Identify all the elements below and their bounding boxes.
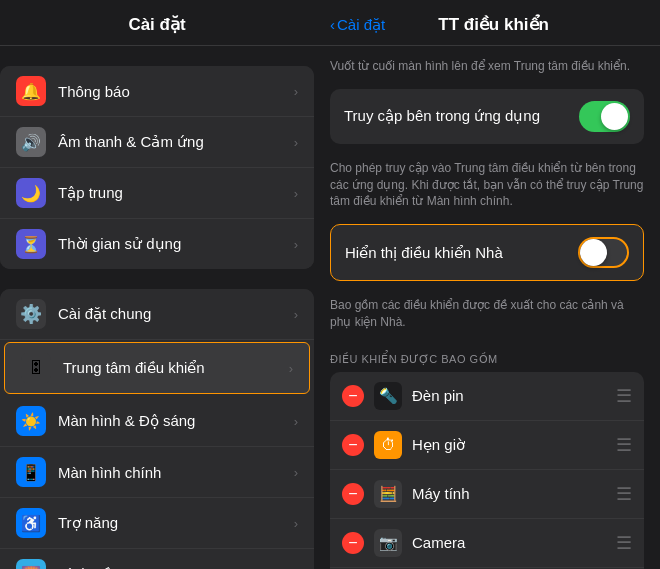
drag-handle-may-tinh[interactable]: ☰ [616,483,632,505]
toggle-knob [580,239,607,266]
item-label-hinh-nen: Hình nền [58,565,294,569]
sidebar-item-man-hinh-do-sang[interactable]: ☀️ Màn hình & Độ sáng › [0,396,314,447]
control-item-den-pin[interactable]: − 🔦 Đèn pin ☰ [330,372,644,421]
chevron-icon: › [294,516,298,531]
home-screen-icon: 📱 [16,457,46,487]
sidebar-item-thoi-gian[interactable]: ⏳ Thời gian sử dụng › [0,219,314,269]
back-button[interactable]: ‹ Cài đặt [330,16,385,34]
sidebar-item-cai-dat-chung[interactable]: ⚙️ Cài đặt chung › [0,289,314,340]
drag-handle-hen-gio[interactable]: ☰ [616,434,632,456]
back-chevron-icon: ‹ [330,16,335,33]
control-item-hen-gio[interactable]: − ⏱ Hẹn giờ ☰ [330,421,644,470]
notification-icon: 🔔 [16,76,46,106]
chevron-icon: › [294,414,298,429]
toggle-label-truy-cap: Truy cập bên trong ứng dụng [344,107,579,125]
right-panel: ‹ Cài đặt TT điều khiển Vuốt từ cuối màn… [314,0,660,569]
toggle-row-truy-cap[interactable]: Truy cập bên trong ứng dụng [330,89,644,144]
right-title: TT điều khiển [393,14,594,35]
settings-list: 🔔 Thông báo › 🔊 Âm thanh & Cảm ứng › 🌙 T… [0,46,314,569]
control-item-may-tinh[interactable]: − 🧮 Máy tính ☰ [330,470,644,519]
sidebar-item-hinh-nen[interactable]: 🌄 Hình nền › [0,549,314,569]
control-item-camera[interactable]: − 📷 Camera ☰ [330,519,644,568]
right-header: ‹ Cài đặt TT điều khiển [314,0,660,46]
remove-hen-gio-button[interactable]: − [342,434,364,456]
back-label: Cài đặt [337,16,385,34]
left-header: Cài đặt [0,0,314,46]
chevron-icon: › [294,307,298,322]
screentime-icon: ⏳ [16,229,46,259]
accessibility-icon: ♿ [16,508,46,538]
display-icon: ☀️ [16,406,46,436]
den-pin-icon: 🔦 [374,382,402,410]
item-label-tap-trung: Tập trung [58,184,294,202]
may-tinh-icon: 🧮 [374,480,402,508]
focus-icon: 🌙 [16,178,46,208]
camera-icon: 📷 [374,529,402,557]
control-list: − 🔦 Đèn pin ☰ − ⏱ Hẹn giờ ☰ − 🧮 Máy tính… [330,372,644,569]
item-label-am-thanh: Âm thanh & Cảm ứng [58,133,294,151]
item-label-trung-tam: Trung tâm điều khiển [63,359,289,377]
group-spacer-2 [0,269,314,289]
hint-text: Vuốt từ cuối màn hình lên để xem Trung t… [330,46,644,89]
toggle-knob [601,103,628,130]
settings-group-2: ⚙️ Cài đặt chung › 🎛 Trung tâm điều khiể… [0,289,314,569]
sidebar-item-tro-nang[interactable]: ♿ Trợ năng › [0,498,314,549]
item-label-man-hinh-do-sang: Màn hình & Độ sáng [58,412,294,430]
toggle-hien-thi[interactable] [578,237,629,268]
chevron-icon: › [294,84,298,99]
chevron-icon: › [294,465,298,480]
chevron-icon: › [289,361,293,376]
description-hien-thi: Bao gồm các điều khiển được đề xuất cho … [330,289,644,345]
hen-gio-icon: ⏱ [374,431,402,459]
chevron-icon: › [294,186,298,201]
item-label-cai-dat-chung: Cài đặt chung [58,305,294,323]
general-icon: ⚙️ [16,299,46,329]
remove-may-tinh-button[interactable]: − [342,483,364,505]
drag-handle-camera[interactable]: ☰ [616,532,632,554]
sidebar-item-am-thanh[interactable]: 🔊 Âm thanh & Cảm ứng › [0,117,314,168]
sound-icon: 🔊 [16,127,46,157]
control-name-may-tinh: Máy tính [412,485,606,502]
sidebar-item-thong-bao[interactable]: 🔔 Thông báo › [0,66,314,117]
chevron-icon: › [294,237,298,252]
toggle-truy-cap[interactable] [579,101,630,132]
sidebar-item-trung-tam[interactable]: 🎛 Trung tâm điều khiển › [4,342,310,394]
wallpaper-icon: 🌄 [16,559,46,569]
item-label-thoi-gian: Thời gian sử dụng [58,235,294,253]
toggle-label-hien-thi: Hiển thị điều khiển Nhà [345,244,578,262]
control-name-den-pin: Đèn pin [412,387,606,404]
section-header-controls: ĐIỀU KHIỂN ĐƯỢC BAO GỒM [330,345,644,372]
item-label-thong-bao: Thông báo [58,83,294,100]
settings-group-1: 🔔 Thông báo › 🔊 Âm thanh & Cảm ứng › 🌙 T… [0,66,314,269]
description-truy-cap: Cho phép truy cập vào Trung tâm điều khi… [330,152,644,224]
sidebar-item-tap-trung[interactable]: 🌙 Tập trung › [0,168,314,219]
item-label-man-hinh-chinh: Màn hình chính [58,464,294,481]
chevron-icon: › [294,135,298,150]
item-label-tro-nang: Trợ năng [58,514,294,532]
left-title: Cài đặt [128,15,185,34]
group-spacer-1 [0,46,314,66]
drag-handle-den-pin[interactable]: ☰ [616,385,632,407]
toggle-row-hien-thi[interactable]: Hiển thị điều khiển Nhà [330,224,644,281]
control-center-icon: 🎛 [21,353,51,383]
left-panel: Cài đặt 🔔 Thông báo › 🔊 Âm thanh & Cảm ứ… [0,0,314,569]
sidebar-item-man-hinh-chinh[interactable]: 📱 Màn hình chính › [0,447,314,498]
right-content: Vuốt từ cuối màn hình lên để xem Trung t… [314,46,660,569]
remove-den-pin-button[interactable]: − [342,385,364,407]
remove-camera-button[interactable]: − [342,532,364,554]
control-name-hen-gio: Hẹn giờ [412,436,606,454]
control-name-camera: Camera [412,534,606,551]
